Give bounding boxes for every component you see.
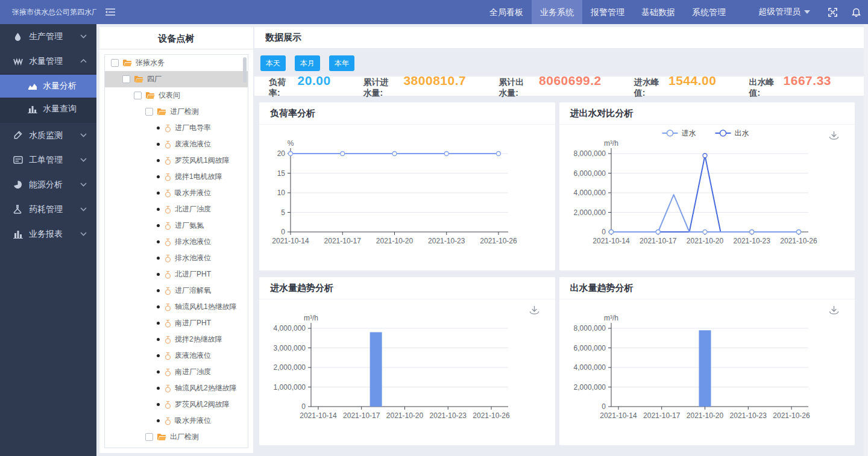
y-tick-label: 1,000,000	[274, 383, 306, 392]
bullet-icon	[157, 126, 160, 130]
tree-checkbox[interactable]	[111, 59, 119, 67]
sidebar-item-label: 生产管理	[29, 31, 80, 42]
tree-node-label: 吸水井液位	[175, 416, 211, 426]
bullet-icon	[157, 387, 160, 390]
data-point-marker	[392, 152, 397, 156]
y-tick-label: 8,000,000	[573, 149, 606, 158]
sidebar-item-water-volume[interactable]: 水量管理	[0, 49, 96, 73]
page-scrollbar-track[interactable]	[864, 24, 868, 456]
legend-item[interactable]: 出水	[715, 129, 749, 137]
time-range-button-this-year[interactable]: 本年	[329, 55, 354, 71]
tree-node-leaf[interactable]: 进厂电导率	[105, 120, 248, 136]
sensor-tag-icon	[165, 319, 171, 328]
app-title: 张掖市供水总公司第四水厂	[0, 7, 96, 17]
download-chart-icon[interactable]	[829, 305, 839, 317]
nav-item-alarm-management[interactable]: 报警管理	[582, 0, 633, 24]
tree-node-leaf[interactable]: 排水池液位	[105, 234, 248, 250]
tree-node-leaf[interactable]: 吸水井液位	[105, 413, 248, 429]
tree-node-folder[interactable]: 出厂检测	[105, 429, 248, 445]
chevron-down-icon	[80, 207, 87, 211]
tree-checkbox[interactable]	[145, 108, 153, 116]
tree-node-leaf[interactable]: 南进厂PHT	[105, 315, 248, 331]
sidebar-item-water-quality[interactable]: 水质监测	[0, 123, 96, 148]
sidebar-subitem-water-analysis[interactable]: 水量分析	[0, 75, 96, 98]
x-tick-label: 2021-10-14	[272, 237, 309, 245]
y-tick-label: 5	[281, 208, 285, 217]
x-tick-label: 2021-10-17	[643, 411, 681, 420]
user-menu[interactable]: 超级管理员	[758, 7, 810, 17]
series-line	[611, 155, 799, 232]
nav-item-global-board[interactable]: 全局看板	[481, 0, 532, 24]
tree-node-leaf[interactable]: 轴流风机2热继故障	[105, 380, 248, 396]
tree-node-label: 轴流风机2热继故障	[175, 383, 237, 393]
tree-node-label: 南进厂PHT	[175, 318, 211, 328]
x-tick-label: 2021-10-26	[773, 411, 810, 420]
menu-fold-icon[interactable]	[105, 8, 116, 16]
tree-node-leaf[interactable]: 进厂氨氮	[105, 217, 248, 234]
sidebar-item-chemical-usage[interactable]: 药耗管理	[0, 197, 96, 222]
tree-node-folder[interactable]: 张掖水务	[105, 55, 248, 71]
sidebar-item-production[interactable]: 生产管理	[0, 24, 96, 49]
sidebar-item-energy-analysis[interactable]: 能源分析	[0, 172, 96, 197]
stats-bar: 负荷率: 20.00累计进水量: 3800810.7累计出水量: 8060699…	[254, 77, 864, 96]
tree-node-leaf[interactable]: 吸水井液位	[105, 185, 248, 201]
workorder-icon	[13, 156, 23, 164]
nav-item-system-management[interactable]: 系统管理	[684, 0, 734, 24]
tree-node-leaf[interactable]: 轴流风机1热继故障	[105, 299, 248, 315]
bullet-icon	[157, 273, 160, 276]
sensor-tag-icon	[165, 368, 171, 376]
sensor-tag-icon	[165, 352, 171, 360]
sidebar-item-label: 水量管理	[29, 56, 80, 67]
tree-node-label: 进厂溶解氧	[175, 286, 211, 296]
notification-bell-icon[interactable]	[852, 7, 861, 17]
chart-canvas-inflow-outflow-compare: m³/h02,000,0004,000,0006,000,0008,000,00…	[559, 125, 855, 269]
tree-node-leaf[interactable]: 搅拌1电机故障	[105, 169, 248, 185]
fullscreen-icon[interactable]	[828, 8, 837, 17]
y-tick-label: 0	[602, 228, 606, 236]
tree-node-folder[interactable]: 四厂	[105, 71, 248, 87]
tree-node-label: 出厂检测	[170, 432, 199, 442]
tree-node-leaf[interactable]: 罗茨风机1阀故障	[105, 152, 248, 169]
tree-node-leaf[interactable]: 进厂溶解氧	[105, 283, 248, 299]
time-range-button-this-month[interactable]: 本月	[295, 55, 320, 71]
tree-node-label: 废液池液位	[175, 351, 211, 361]
tree-node-leaf[interactable]: 排水池液位	[105, 250, 248, 266]
sidebar-item-work-order[interactable]: 工单管理	[0, 148, 96, 172]
tree-checkbox[interactable]	[145, 433, 153, 441]
tree-scrollbar-thumb[interactable]	[243, 57, 247, 83]
device-tree-panel: 设备点树 张掖水务 四厂 仪表间 进厂检测 进厂电导率 废液池液位 罗茨风机1阀…	[99, 27, 253, 453]
tree-node-folder[interactable]: 进厂检测	[105, 104, 248, 120]
data-point-marker	[749, 230, 753, 234]
sidebar-item-business-report[interactable]: 业务报表	[0, 222, 96, 246]
tree-node-leaf[interactable]: 废液池液位	[105, 348, 248, 364]
time-range-button-today[interactable]: 本天	[260, 55, 286, 71]
stat-value: 8060699.2	[539, 73, 602, 88]
stat-item: 累计出水量: 8060699.2	[498, 73, 602, 99]
nav-item-business-system[interactable]: 业务系统	[532, 0, 582, 24]
tree-node-folder[interactable]: 仪表间	[105, 87, 248, 104]
y-tick-label: 20	[277, 149, 286, 158]
download-chart-icon[interactable]	[529, 305, 539, 317]
chevron-down-icon	[804, 10, 810, 14]
folder-open-icon	[134, 75, 143, 83]
tree-node-leaf[interactable]: 废液池液位	[105, 136, 248, 152]
sensor-tag-icon	[165, 157, 171, 165]
tree-node-leaf[interactable]: 罗茨风机2阀故障	[105, 396, 248, 413]
sidebar-subitem-water-query[interactable]: 水量查询	[0, 98, 96, 120]
tree-node-leaf[interactable]: 北进厂PHT	[105, 266, 248, 283]
nav-item-basic-data[interactable]: 基础数据	[633, 0, 684, 24]
download-chart-icon[interactable]	[829, 131, 839, 143]
tree-node-leaf[interactable]: 南进厂浊度	[105, 364, 248, 380]
tree-node-label: 排水池液位	[175, 237, 211, 247]
data-point-marker	[796, 230, 800, 234]
chevron-down-icon	[80, 183, 87, 187]
tree-checkbox[interactable]	[122, 75, 130, 83]
tree-node-leaf[interactable]: 北进厂浊度	[105, 201, 248, 217]
bullet-icon	[157, 224, 160, 227]
tree-checkbox[interactable]	[134, 92, 142, 99]
tree-node-label: 进厂氨氮	[175, 220, 204, 231]
stat-label: 负荷率:	[269, 77, 289, 99]
legend-item[interactable]: 进水	[662, 129, 696, 137]
y-tick-label: 15	[277, 169, 286, 178]
tree-node-leaf[interactable]: 搅拌2热继故障	[105, 331, 248, 348]
